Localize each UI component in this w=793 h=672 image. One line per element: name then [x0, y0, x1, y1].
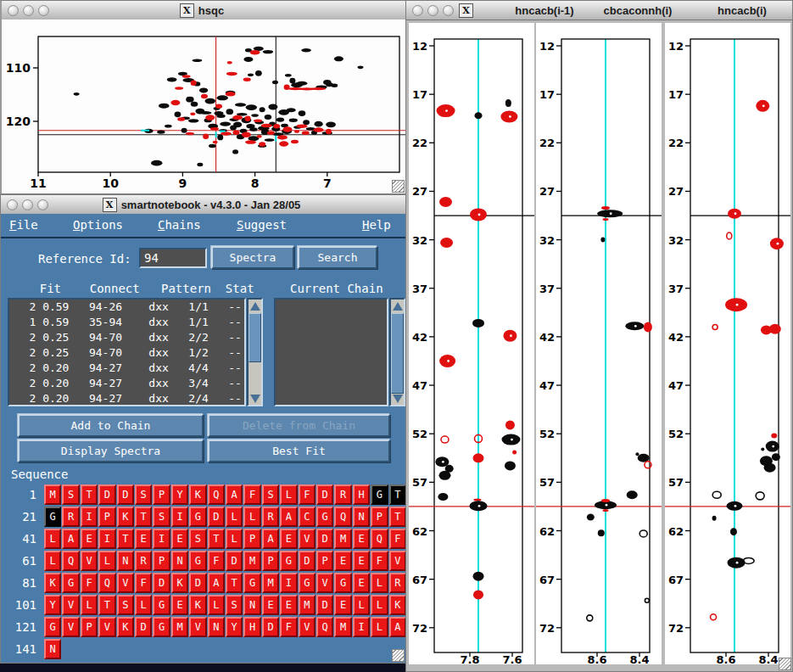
sequence-cell-125[interactable]: K [117, 617, 134, 637]
sequence-cell-63[interactable]: V [81, 551, 98, 571]
sequence-cell-16[interactable]: D [316, 484, 333, 505]
sequence-cell-10[interactable]: Q [208, 484, 225, 505]
sequence-cell-39[interactable]: P [371, 507, 388, 527]
sequence-cell-99[interactable]: L [371, 573, 388, 593]
sequence-cell-80[interactable]: V [389, 551, 406, 571]
sequence-cell-115[interactable]: M [299, 595, 316, 615]
sequence-cell-139[interactable]: L [371, 617, 388, 637]
sequence-cell-106[interactable]: L [135, 595, 152, 615]
sequence-cell-126[interactable]: D [135, 617, 152, 637]
minimize-button[interactable] [22, 199, 33, 210]
sequence-cell-41[interactable]: L [44, 529, 61, 549]
sequence-cell-88[interactable]: K [171, 573, 188, 593]
sequence-cell-133[interactable]: D [262, 617, 279, 637]
close-button[interactable] [412, 5, 423, 16]
sequence-cell-119[interactable]: L [371, 595, 388, 615]
sequence-cell-70[interactable]: F [208, 551, 225, 571]
sequence-cell-128[interactable]: M [171, 617, 188, 637]
sequence-cell-43[interactable]: E [81, 529, 98, 549]
fit-list-row[interactable]: 2 0.20 94-27 dxx 3/4 -- [9, 376, 244, 391]
hsqc-titlebar[interactable]: X hsqc [2, 1, 405, 20]
sequence-cell-112[interactable]: N [243, 595, 260, 615]
sequence-cell-62[interactable]: Q [62, 551, 79, 571]
sequence-cell-90[interactable]: A [208, 573, 225, 593]
sequence-cell-132[interactable]: H [243, 617, 260, 637]
smartnotebook-titlebar[interactable]: X smartnotebook - v4.3.0 - Jan 28/05 [1, 195, 405, 215]
sequence-cell-5[interactable]: D [117, 484, 134, 505]
sequence-cell-89[interactable]: D [189, 573, 206, 593]
sequence-cell-29[interactable]: G [189, 507, 206, 527]
sequence-cell-64[interactable]: L [98, 551, 115, 571]
sequence-cell-23[interactable]: I [81, 507, 98, 527]
sequence-cell-71[interactable]: D [226, 551, 243, 571]
sequence-cell-66[interactable]: R [135, 551, 152, 571]
sequence-cell-140[interactable]: A [389, 617, 406, 637]
sequence-cell-54[interactable]: E [280, 529, 297, 549]
sequence-cell-101[interactable]: Y [44, 595, 61, 615]
sequence-cell-24[interactable]: P [98, 507, 115, 527]
sequence-cell-91[interactable]: T [226, 573, 243, 593]
sequence-cell-14[interactable]: L [280, 484, 297, 505]
fit-list-row[interactable]: 2 0.25 94-70 dxx 2/2 -- [9, 330, 244, 345]
sequence-cell-79[interactable]: F [371, 551, 388, 571]
sequence-cell-77[interactable]: E [334, 551, 351, 571]
hsqc-spectrum-canvas[interactable]: 1110987110120 [2, 20, 405, 193]
sequence-cell-31[interactable]: L [226, 507, 243, 527]
sequence-cell-15[interactable]: F [299, 484, 316, 505]
sequence-cell-25[interactable]: K [117, 507, 134, 527]
fit-scrollbar[interactable] [247, 298, 263, 406]
sequence-cell-117[interactable]: E [334, 595, 351, 615]
sequence-cell-37[interactable]: Q [334, 507, 351, 527]
sequence-cell-44[interactable]: I [98, 529, 115, 549]
sequence-cell-42[interactable]: A [62, 529, 79, 549]
delete-from-chain-button[interactable]: Delete from Chain [208, 414, 390, 437]
reference-id-input[interactable] [139, 248, 207, 268]
sequence-cell-87[interactable]: D [153, 573, 170, 593]
sequence-cell-97[interactable]: G [334, 573, 351, 593]
sequence-cell-109[interactable]: K [189, 595, 206, 615]
scroll-down-icon[interactable] [391, 392, 404, 405]
sequence-cell-72[interactable]: M [243, 551, 260, 571]
sequence-cell-51[interactable]: L [226, 529, 243, 549]
sequence-cell-1[interactable]: M [44, 484, 61, 505]
menu-file[interactable]: File [9, 218, 38, 232]
sequence-cell-18[interactable]: H [353, 484, 370, 505]
scroll-down-icon[interactable] [249, 392, 261, 405]
sequence-cell-47[interactable]: I [153, 529, 170, 549]
sequence-cell-100[interactable]: R [389, 573, 406, 593]
sequence-cell-123[interactable]: P [81, 617, 98, 637]
scroll-up-icon[interactable] [249, 300, 261, 312]
fit-list-row[interactable]: 2 0.25 94-70 dxx 1/2 -- [9, 345, 244, 361]
sequence-cell-116[interactable]: D [316, 595, 333, 615]
sequence-cell-138[interactable]: I [353, 617, 370, 637]
sequence-cell-114[interactable]: E [280, 595, 297, 615]
sequence-cell-74[interactable]: G [280, 551, 297, 571]
sequence-cell-108[interactable]: E [171, 595, 188, 615]
sequence-cell-82[interactable]: G [62, 573, 79, 593]
sequence-cell-75[interactable]: D [299, 551, 316, 571]
sequence-cell-103[interactable]: L [81, 595, 98, 615]
sequence-cell-111[interactable]: S [226, 595, 243, 615]
sequence-cell-84[interactable]: Q [98, 573, 115, 593]
sequence-cell-121[interactable]: G [44, 617, 61, 637]
sequence-cell-38[interactable]: N [353, 507, 370, 527]
sequence-cell-86[interactable]: F [135, 573, 152, 593]
sequence-cell-135[interactable]: V [299, 617, 316, 637]
sequence-cell-49[interactable]: S [189, 529, 206, 549]
fit-list-row[interactable]: 2 0.59 94-26 dxx 1/1 -- [9, 300, 244, 315]
scroll-up-icon[interactable] [391, 300, 404, 312]
strip-canvas-cbcaconnh-i[interactable]: 121722273237424752576267728.68.4 [536, 23, 662, 664]
sequence-cell-105[interactable]: S [117, 595, 134, 615]
sequence-cell-56[interactable]: D [316, 529, 333, 549]
sequence-cell-46[interactable]: E [135, 529, 152, 549]
sequence-cell-9[interactable]: K [189, 484, 206, 505]
sequence-cell-136[interactable]: Q [316, 617, 333, 637]
menu-suggest[interactable]: Suggest [237, 218, 287, 232]
minimize-button[interactable] [23, 5, 34, 16]
sequence-cell-17[interactable]: R [334, 484, 351, 505]
sequence-cell-107[interactable]: G [153, 595, 170, 615]
zoom-button[interactable] [38, 5, 49, 16]
sequence-cell-21[interactable]: G [44, 507, 61, 527]
sequence-cell-4[interactable]: D [98, 484, 115, 505]
sequence-cell-57[interactable]: M [334, 529, 351, 549]
